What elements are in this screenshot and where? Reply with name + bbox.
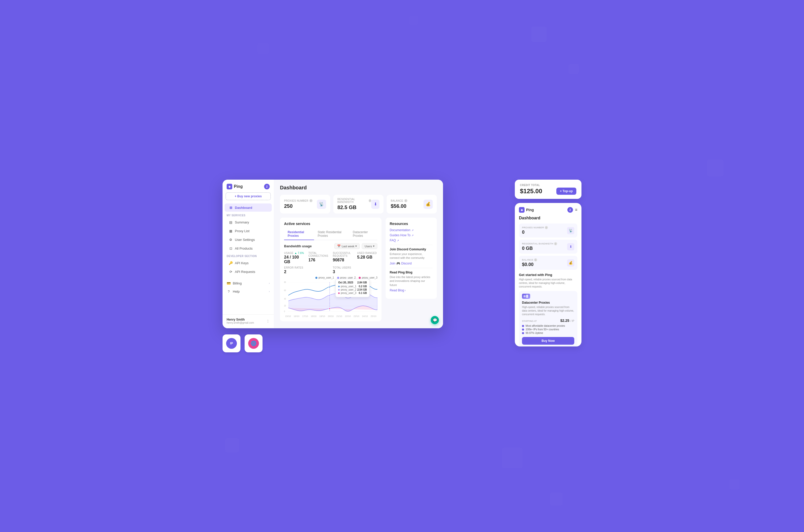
balance-value: $56.00 (391, 203, 407, 209)
user-info: Henry Smith henry.smith@gmail.com ⋮ (227, 318, 270, 324)
developer-section-label: DEVELOPER SECTION (223, 253, 274, 259)
sidebar-item-label: API Keys (235, 261, 248, 265)
mobile-bandwidth-icon: ⬇ (567, 243, 574, 250)
buy-new-proxies-button[interactable]: + Buy new proxies (226, 192, 271, 200)
metric-usage: USAGE ▲ 7.6% 24 / 100 GB (284, 252, 304, 264)
logo-icon: ◈ (227, 184, 232, 189)
pricing-label: STARTING AT (522, 320, 537, 322)
ext-icon-2: ↗ (411, 234, 413, 237)
topup-button[interactable]: + Top-up (556, 188, 576, 195)
tab-residential[interactable]: Residential Proxies (284, 229, 314, 240)
discord-title: Join Discord Community (390, 248, 433, 251)
mobile-notification-badge[interactable]: 2 (567, 207, 573, 213)
discord-section: Join Discord Community Enhance your expe… (390, 248, 433, 265)
sidebar-item-dashboard[interactable]: ⊞ Dashboard (225, 204, 272, 212)
dashboard-app: ◈ Ping 2 + Buy new proxies ⊞ Dashboard M… (223, 179, 443, 328)
user-settings-icon: ⚙ (229, 238, 233, 242)
svg-text:80: 80 (284, 281, 286, 283)
buy-now-button[interactable]: Buy Now (522, 337, 574, 345)
discord-icon: 🎮 (396, 262, 400, 265)
sidebar-item-all-products[interactable]: ⊡ All Products (225, 244, 272, 252)
svg-text:20: 20 (284, 304, 286, 307)
mobile-info-bandwidth[interactable]: i (554, 242, 557, 245)
service-tabs: Residential Proxies Static Residential P… (284, 229, 377, 240)
svg-rect-14 (524, 295, 526, 297)
tab-static-residential[interactable]: Static Residential Proxies (314, 229, 349, 240)
faq-link[interactable]: FAQ ↗ (390, 239, 433, 242)
sidebar-item-summary[interactable]: ▤ Summary (225, 218, 272, 226)
summary-icon: ▤ (229, 220, 233, 224)
bandwidth-controls: 📅 Last week ▾ Users ▾ (334, 243, 377, 249)
mobile-app: ◈ Ping 2 ≡ Dashboard PROXIES NUMBER i 0 (515, 203, 581, 346)
info-icon-proxies[interactable]: i (310, 199, 313, 202)
user-menu-button[interactable]: ⋮ (266, 319, 270, 323)
proxies-icon: 📡 (317, 200, 326, 209)
sidebar-item-proxy-list[interactable]: ▦ Proxy List (225, 227, 272, 235)
documentation-link[interactable]: Documentation ↗ (390, 228, 433, 232)
info-icon-balance[interactable]: i (404, 199, 407, 202)
mobile-proxies-icon: 📡 (567, 227, 574, 234)
mobile-info-balance[interactable]: i (534, 258, 537, 261)
guides-link[interactable]: Guides How To ↗ (390, 233, 433, 237)
tooltip-dot-2 (338, 289, 340, 291)
globe-icon: 🌐 (248, 338, 259, 349)
balance-label: BALANCE i (391, 199, 407, 202)
metric-total-users: TOTAL USERS 3 (333, 266, 377, 274)
stats-row: PROXIES NUMBER i 250 📡 RESIDENTIAL BANDW… (280, 195, 437, 213)
get-started-desc: High-speed, reliable proxies sourced fro… (519, 278, 577, 288)
bottom-icons: IP 🌐 (223, 335, 509, 353)
time-filter[interactable]: 📅 Last week ▾ (334, 243, 360, 249)
product-name: Datacenter Proxies (522, 301, 574, 304)
api-keys-icon: 🔑 (229, 261, 233, 265)
sidebar-item-api-keys[interactable]: 🔑 API Keys (225, 259, 272, 267)
metrics-row-1: USAGE ▲ 7.6% 24 / 100 GB TOTAL CONNECTIO… (284, 252, 377, 264)
main-content: Dashboard PROXIES NUMBER i 250 📡 (274, 179, 443, 328)
notification-badge[interactable]: 2 (264, 184, 270, 189)
sidebar-item-help[interactable]: ? Help › (223, 287, 274, 296)
feature-dot-2 (522, 332, 524, 334)
mobile-logo-icon: ◈ (519, 207, 525, 213)
discord-link[interactable]: Join 🎮 Discord (390, 262, 433, 265)
arrow-icon: › (405, 288, 406, 292)
sidebar-footer: Henry Smith henry.smith@gmail.com ⋮ (223, 315, 274, 324)
pricing-per: / IP (571, 320, 574, 322)
read-blog-link[interactable]: Read Blog › (390, 288, 433, 292)
stat-card-bandwidth: RESIDENTIAL BANDWIDTH i 82.5 GB ⬇ (333, 195, 384, 213)
sidebar-item-user-settings[interactable]: ⚙ User Settings (225, 235, 272, 244)
mobile-header: ◈ Ping 2 ≡ (519, 207, 577, 213)
discord-desc: Enhance your experience, connect with th… (390, 252, 433, 260)
metric-error-rates: ERROR RATES 2 (284, 266, 329, 274)
credit-card: CREDIT TOTAL $125.00 + Top-up (515, 179, 581, 199)
group-filter[interactable]: Users ▾ (362, 243, 377, 249)
user-email: henry.smith@gmail.com (227, 321, 254, 324)
tooltip-row-3: proxy_user_3 0.1 GB (338, 292, 367, 294)
ip-icon-card[interactable]: IP (223, 335, 241, 353)
app-logo: ◈ Ping (227, 184, 243, 189)
metric-requests: SUCCESSFUL REQUESTS 90878 (333, 252, 353, 264)
tooltip-row-1: proxy_user_1 0.2 GB (338, 285, 367, 288)
sidebar-item-api-requests[interactable]: ⟳ API Requests (225, 268, 272, 276)
proxies-label: PROXIES NUMBER i (284, 199, 313, 202)
resources-title: Resources (390, 222, 433, 226)
bandwidth-label: RESIDENTIAL BANDWIDTH i (337, 198, 371, 204)
bandwidth-value: 82.5 GB (337, 205, 371, 210)
mobile-info-proxies[interactable]: i (545, 226, 548, 229)
mobile-logo: ◈ Ping (519, 207, 534, 213)
sidebar: ◈ Ping 2 + Buy new proxies ⊞ Dashboard M… (223, 179, 274, 328)
globe-icon-card[interactable]: 🌐 (245, 335, 263, 353)
mobile-menu-icon[interactable]: ≡ (575, 208, 577, 212)
sidebar-item-label: Proxy List (235, 229, 249, 233)
credit-amount: $125.00 (520, 188, 542, 195)
billing-icon: 💳 (227, 281, 231, 285)
legend-user1: proxy_user_1 (315, 276, 334, 279)
tooltip-dot-1 (338, 286, 340, 287)
tab-datacenter[interactable]: Datacenter Proxies (349, 229, 377, 240)
services-resources-row: Active services Residential Proxies Stat… (280, 217, 437, 321)
page-title: Dashboard (280, 185, 437, 191)
sidebar-item-billing[interactable]: 💳 Billing › (223, 279, 274, 287)
blog-desc: Dive into the latest proxy articles and … (390, 275, 433, 287)
bandwidth-usage: Bandwidth usage 📅 Last week ▾ Users ▾ (284, 243, 377, 317)
info-icon-bandwidth[interactable]: i (369, 199, 372, 202)
chat-button[interactable]: 💬 (431, 316, 439, 324)
connections-value: 176 (308, 258, 329, 262)
